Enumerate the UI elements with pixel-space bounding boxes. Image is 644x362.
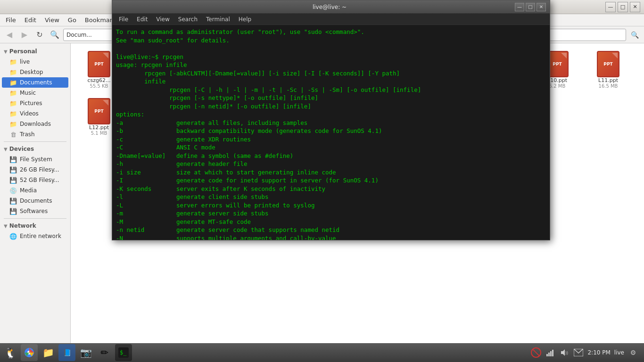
personal-arrow-icon: ▼ — [4, 49, 8, 54]
sidebar-item-media[interactable]: 💿 Media — [2, 185, 68, 196]
sidebar-item-label-desktop: Desktop — [20, 69, 43, 75]
fm-refresh-button[interactable]: ↻ — [33, 28, 46, 41]
taskbar-network-icon[interactable] — [545, 347, 555, 358]
fm-menu-file[interactable]: File — [2, 16, 20, 25]
taskbar-browser-icon[interactable] — [21, 344, 38, 361]
sidebar-item-52gb[interactable]: 💾 52 GB Filesy... — [2, 175, 68, 185]
terminal-minimize-button[interactable]: — — [515, 3, 524, 11]
terminal-app-icon: $_ — [118, 347, 129, 358]
terminal-menu-file[interactable]: File — [115, 15, 132, 24]
sidebar-item-docs-device[interactable]: 💾 Documents — [2, 196, 68, 206]
entire-network-icon: 🌐 — [9, 232, 17, 240]
documents-folder-icon: 📁 — [9, 79, 17, 86]
pictures-folder-icon: 📁 — [9, 99, 17, 107]
fm-zoom-button[interactable]: 🔍 — [48, 28, 61, 41]
taskbar-terminal-taskbar-icon[interactable]: $_ — [115, 344, 132, 361]
drive52-icon: 💾 — [9, 176, 17, 184]
fm-forward-button[interactable]: ▶ — [18, 28, 31, 41]
sidebar-network-header[interactable]: ▼ Network — [0, 221, 70, 231]
devices-arrow-icon: ▼ — [4, 147, 8, 152]
terminal-maximize-button[interactable]: □ — [526, 3, 535, 11]
terminal-close-button[interactable]: ✕ — [537, 3, 546, 11]
terminal-window-controls: — □ ✕ — [515, 3, 546, 11]
terminal-menu-help[interactable]: Help — [235, 15, 255, 24]
trash-icon: 🗑 — [9, 131, 17, 138]
fm-close-button[interactable]: ✕ — [630, 2, 640, 12]
sidebar-item-26gb[interactable]: 💾 26 GB Filesy... — [2, 165, 68, 175]
sidebar-item-trash[interactable]: 🗑 Trash — [2, 129, 68, 140]
taskbar-ubuntu-icon[interactable]: 🐧 — [2, 344, 19, 361]
sidebar-item-documents[interactable]: 📁 Documents — [2, 77, 68, 88]
terminal-menubar: File Edit View Search Terminal Help — [112, 14, 550, 25]
terminal-menu-view[interactable]: View — [152, 15, 173, 24]
file-name-cszg62: cszg62... — [87, 77, 110, 83]
sidebar-item-filesystem[interactable]: 💾 File System — [2, 154, 68, 165]
media-icon: 💿 — [9, 187, 17, 194]
sidebar-item-label-filesystem: File System — [20, 156, 52, 163]
taskbar-volume-icon[interactable]: )))) — [559, 347, 570, 358]
file-size-l12: 5.1 MB — [91, 131, 107, 136]
file-size-cszg62: 55.5 KB — [90, 83, 108, 89]
sidebar-item-pictures[interactable]: 📁 Pictures — [2, 98, 68, 108]
fm-search-button[interactable]: 🔍 — [628, 28, 641, 41]
sidebar-item-label-docs-device: Documents — [20, 197, 52, 204]
terminal-body[interactable]: To run a command as administrator (user … — [112, 25, 550, 240]
taskbar-app4-icon[interactable]: 📘 — [58, 344, 75, 361]
sidebar-item-desktop[interactable]: 📁 Desktop — [2, 67, 68, 77]
devices-label: Devices — [9, 146, 34, 152]
taskbar-mail-icon[interactable] — [573, 347, 584, 358]
sidebar-item-live[interactable]: 📁 live — [2, 57, 68, 67]
fm-minimize-button[interactable]: — — [605, 2, 616, 12]
sidebar-item-softwares[interactable]: 💾 Softwares — [2, 206, 68, 216]
personal-label: Personal — [9, 48, 37, 55]
taskbar-files-icon[interactable]: 📁 — [40, 344, 57, 361]
sidebar-devices-header[interactable]: ▼ Devices — [0, 144, 70, 154]
taskbar-app5-icon[interactable]: 📷 — [77, 344, 94, 361]
fm-back-button[interactable]: ◀ — [3, 28, 16, 41]
terminal-menu-edit[interactable]: Edit — [133, 15, 151, 24]
sidebar-item-downloads[interactable]: 📁 Downloads — [2, 119, 68, 129]
sidebar-item-label-entire-network: Entire network — [20, 233, 61, 239]
taskbar-right-area: )))) 2:10 PM live ⚙ — [531, 347, 642, 358]
svg-text:)))): )))) — [565, 351, 569, 355]
volume-icon: )))) — [560, 348, 569, 357]
file-size-l10: 5.2 MB — [549, 83, 566, 89]
sidebar-personal-header[interactable]: ▼ Personal — [0, 46, 70, 57]
softwares-icon: 💾 — [9, 207, 17, 215]
network-label: Network — [9, 222, 36, 229]
no-symbol-line — [533, 349, 539, 356]
sidebar-item-label-videos: Videos — [20, 110, 39, 117]
fm-window-controls: — □ ✕ — [605, 2, 640, 12]
fm-menu-view[interactable]: View — [41, 16, 63, 25]
file-item-l11[interactable]: PPT L11.ppt 16.5 MB — [585, 48, 632, 91]
music-folder-icon: 📁 — [9, 89, 17, 97]
fm-maximize-button[interactable]: □ — [618, 2, 628, 12]
sidebar-item-entire-network[interactable]: 🌐 Entire network — [2, 231, 68, 241]
svg-marker-8 — [561, 349, 565, 356]
sidebar-item-label-downloads: Downloads — [20, 121, 51, 127]
fm-menu-go[interactable]: Go — [64, 16, 80, 25]
svg-rect-7 — [552, 350, 553, 356]
terminal-menu-search[interactable]: Search — [174, 15, 201, 24]
file-name-l11: L11.ppt — [598, 77, 618, 83]
chrome-icon — [24, 347, 35, 358]
mail-icon — [574, 349, 583, 356]
terminal-menu-terminal[interactable]: Terminal — [202, 15, 234, 24]
svg-rect-6 — [550, 351, 552, 356]
terminal-window: live@live: ~ — □ ✕ File Edit View Search… — [112, 0, 550, 240]
taskbar-no-symbol-icon[interactable] — [531, 347, 541, 358]
taskbar-app6-icon[interactable]: ✏️ — [96, 344, 113, 361]
fm-location-text: Docum... — [66, 32, 92, 38]
sidebar-divider-1 — [4, 141, 66, 142]
drive26-icon: 💾 — [9, 166, 17, 173]
live-folder-icon: 📁 — [9, 58, 17, 66]
terminal-content-wrapper: To run a command as administrator (user … — [112, 25, 550, 240]
sidebar-item-label-live: live — [20, 58, 30, 65]
sidebar-item-label-26gb: 26 GB Filesy... — [20, 166, 59, 173]
sidebar-item-music[interactable]: 📁 Music — [2, 88, 68, 98]
taskbar-settings-icon[interactable]: ⚙ — [628, 347, 638, 358]
sidebar-item-label-media: Media — [20, 187, 37, 194]
sidebar-item-videos[interactable]: 📁 Videos — [2, 108, 68, 119]
network-status-icon — [546, 348, 554, 357]
fm-menu-edit[interactable]: Edit — [21, 16, 40, 25]
